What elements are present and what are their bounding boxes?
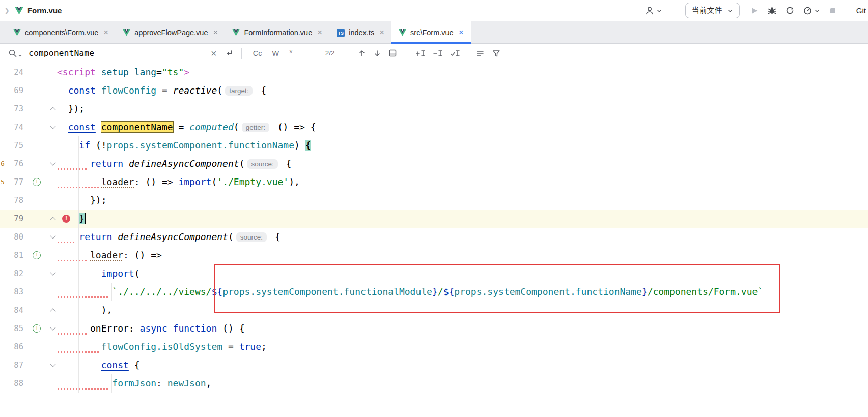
inlay-hint: getter: (242, 123, 269, 132)
run-button[interactable] (747, 4, 762, 17)
whole-words-toggle[interactable]: W (268, 48, 283, 58)
tab-close-icon[interactable]: × (212, 28, 219, 37)
run-config-selector[interactable]: 当前文件 (685, 3, 740, 18)
tab-close-icon[interactable]: × (102, 28, 109, 37)
code-line[interactable]: 79!} (0, 210, 868, 228)
stop-button[interactable] (825, 4, 841, 17)
fold-icon[interactable] (50, 123, 55, 129)
fold-icon[interactable] (50, 233, 55, 239)
code-line[interactable]: 775↑loader: () => import('./Empty.vue'), (0, 173, 868, 191)
code-line[interactable]: 86flowConfig.isOldSystem = true; (0, 338, 868, 356)
line-number[interactable]: 24 (0, 63, 23, 81)
error-squiggle (58, 242, 76, 243)
bookmark-mnemonic: 6 (1, 155, 5, 173)
code-line[interactable]: 88formJson: newJson, (0, 374, 868, 393)
fold-icon[interactable] (50, 107, 55, 112)
tab-close-icon[interactable]: × (316, 28, 323, 37)
line-number[interactable]: 74 (0, 118, 23, 136)
editor-tab[interactable]: components\Form.vue× (6, 21, 116, 43)
select-all-occurrences-button[interactable] (447, 48, 463, 59)
line-number[interactable]: 83 (0, 283, 23, 301)
remove-selection-button[interactable] (430, 48, 445, 59)
search-input[interactable]: componentName (29, 48, 208, 58)
chevron-down-icon (814, 8, 820, 14)
line-number[interactable]: 80 (0, 228, 23, 246)
line-number[interactable]: 87 (0, 356, 23, 374)
error-squiggle (58, 296, 109, 298)
fold-icon[interactable] (50, 217, 55, 222)
filter-lines-button[interactable] (473, 48, 487, 59)
clear-search-icon[interactable]: × (208, 48, 220, 58)
fold-icon[interactable] (50, 308, 55, 314)
fold-icon[interactable] (50, 361, 55, 367)
chevron-down-icon (656, 8, 662, 14)
line-number[interactable]: 86 (0, 338, 23, 356)
line-number[interactable]: 88 (0, 374, 23, 393)
line-number[interactable]: 78 (0, 191, 23, 210)
line-number[interactable]: 81 (0, 246, 23, 264)
error-squiggle (58, 388, 109, 390)
error-squiggle (58, 168, 88, 170)
newline-icon[interactable] (222, 48, 236, 59)
code-line[interactable]: 80return defineAsyncComponent(source: { (0, 228, 868, 246)
debug-button[interactable] (764, 4, 780, 17)
code-line[interactable]: 74const componentName = computed(getter:… (0, 118, 868, 136)
code-line[interactable]: 69const flowConfig = reactive(target: { (0, 81, 868, 100)
regex-toggle[interactable]: * (285, 47, 297, 59)
chevron-right-icon[interactable]: ❯ (3, 7, 11, 14)
editor-tab[interactable]: src\Form.vue× (391, 21, 471, 43)
gutter-arrow-icon[interactable]: ↑ (33, 251, 41, 259)
bookmark-mnemonic: 5 (1, 173, 5, 191)
editor-tab[interactable]: approveFlowPage.vue× (116, 21, 225, 43)
run-config-label: 当前文件 (692, 6, 722, 15)
editor-tab[interactable]: FormInformation.vue× (225, 21, 329, 43)
editor[interactable]: 24<script setup lang="ts">69const flowCo… (0, 63, 868, 417)
code-line[interactable]: 87const { (0, 356, 868, 374)
line-number[interactable]: 79 (0, 210, 23, 228)
search-bar: componentName × Cc W * 2/2 (0, 44, 868, 63)
bug-icon (767, 6, 777, 15)
inlay-hint: source: (236, 232, 267, 242)
vue-logo-icon (15, 7, 23, 15)
code-line[interactable]: 81↑loader: () => (0, 246, 868, 264)
tab-label: index.ts (349, 28, 374, 37)
error-squiggle (58, 187, 99, 188)
tab-close-icon[interactable]: × (378, 28, 385, 37)
editor-tab[interactable]: TSindex.ts× (329, 21, 391, 43)
error-squiggle (58, 260, 88, 261)
divider (241, 48, 242, 59)
code-line[interactable]: 24<script setup lang="ts"> (0, 63, 868, 81)
add-selection-button[interactable] (413, 48, 428, 59)
fold-icon[interactable] (50, 160, 55, 165)
next-occurrence-button[interactable] (371, 48, 384, 58)
profiler-button[interactable] (800, 4, 823, 17)
line-number[interactable]: 69 (0, 81, 23, 100)
tab-close-icon[interactable]: × (458, 28, 465, 37)
user-menu-button[interactable] (641, 4, 665, 18)
previous-occurrence-button[interactable] (355, 48, 369, 58)
ts-file-icon: TS (337, 28, 345, 37)
chevron-down-icon (18, 53, 22, 58)
search-icon[interactable] (8, 49, 22, 58)
fold-icon[interactable] (50, 324, 55, 330)
code-line[interactable]: 78}); (0, 191, 868, 210)
search-filter-button[interactable] (489, 48, 503, 59)
match-case-toggle[interactable]: Cc (249, 48, 266, 58)
text-caret (85, 213, 86, 224)
line-number[interactable]: 73 (0, 100, 23, 118)
code-line[interactable]: 766return defineAsyncComponent(source: { (0, 155, 868, 173)
fold-icon[interactable] (50, 270, 55, 275)
code-line[interactable]: 85↑onError: async function () { (0, 319, 868, 338)
code-line[interactable]: 75if (!props.systemComponent.functionNam… (0, 136, 868, 155)
open-in-find-window-button[interactable] (386, 48, 400, 58)
line-number[interactable]: 84 (0, 301, 23, 319)
coverage-button[interactable] (782, 4, 798, 17)
gutter-arrow-icon[interactable]: ↑ (33, 324, 41, 333)
git-widget[interactable]: Git (856, 6, 866, 15)
play-icon (750, 6, 759, 15)
line-number[interactable]: 85 (0, 319, 23, 338)
line-number[interactable]: 82 (0, 264, 23, 283)
code-line[interactable]: 73}); (0, 100, 868, 118)
gutter-arrow-icon[interactable]: ↑ (33, 178, 41, 186)
line-number[interactable]: 75 (0, 136, 23, 155)
